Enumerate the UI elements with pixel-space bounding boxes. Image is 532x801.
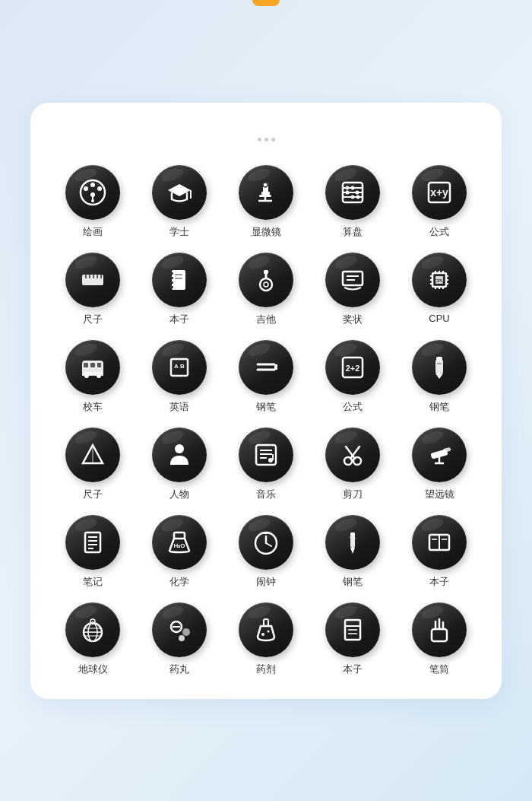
card-header [53,133,479,144]
top-badge [252,0,280,6]
icon-item-painting: 绘画 [53,165,132,239]
svg-rect-63 [84,363,88,367]
svg-rect-38 [175,274,182,275]
svg-point-40 [260,278,272,291]
icon-label-notes: 笔记 [83,575,103,589]
icon-label-painting: 绘画 [83,225,103,239]
icon-grid: 绘画学士显微镜算盘x+y公式尺子本子吉他奖状CPUCPU校车AB英语钢笔2+2公… [53,165,479,676]
icon-item-potion: 药剂 [226,602,306,676]
svg-point-24 [356,195,360,199]
icon-label-notebook: 本子 [169,313,189,326]
icon-circle-telescope [412,428,467,482]
svg-rect-64 [90,363,95,367]
svg-point-3 [97,186,102,191]
icon-label-scholar: 学士 [169,225,189,239]
svg-text:2+2: 2+2 [346,364,360,373]
icon-item-chemistry: H₂O化学 [140,515,219,589]
icon-item-book: 本子 [400,515,479,589]
icon-circle-certificate [325,253,380,307]
icon-circle-pen2 [412,340,467,395]
icon-item-notebook: 本子 [140,253,219,326]
svg-text:x+y: x+y [430,186,448,199]
icon-circle-pencil_box [412,602,467,657]
icon-label-pencil_box: 笔筒 [429,663,449,676]
svg-rect-10 [261,192,270,195]
icon-circle-scissors [325,428,380,482]
svg-rect-12 [259,195,271,197]
icon-item-abacus: 算盘 [313,165,392,239]
icon-label-english: 英语 [169,400,189,414]
icon-label-globe: 地球仪 [78,663,108,676]
svg-rect-39 [175,278,182,279]
icon-label-notebook2: 本子 [343,663,363,676]
icon-label-formula1: 公式 [429,225,449,239]
svg-line-107 [266,543,271,546]
svg-point-125 [182,628,190,636]
icon-label-guitar: 吉他 [256,313,276,326]
icon-item-pills: 药丸 [140,602,219,676]
icon-circle-clock [239,515,293,570]
card-subtitle [53,133,479,144]
icon-circle-book [412,515,467,570]
svg-point-6 [91,199,94,202]
svg-point-2 [90,183,95,187]
icon-item-telescope: 望远镜 [400,428,479,501]
svg-rect-68 [82,372,103,376]
icon-item-scissors: 剪刀 [313,428,392,501]
icon-label-bus: 校车 [83,400,103,414]
svg-rect-98 [85,532,100,552]
icon-circle-person [152,428,207,482]
icon-circle-triangle [65,428,120,482]
icon-item-pencil_box: 笔筒 [400,602,479,676]
svg-point-129 [261,633,264,636]
icon-item-scholar: 学士 [140,165,219,239]
svg-rect-37 [170,286,173,288]
icon-circle-notebook [152,253,207,307]
icon-label-pills: 药丸 [169,663,189,676]
icon-label-book: 本子 [429,575,449,589]
svg-rect-36 [170,281,173,284]
icon-item-triangle: 尺子 [53,428,132,501]
svg-marker-110 [350,548,355,554]
svg-text:H₂O: H₂O [174,542,185,549]
icon-circle-pen1 [239,340,293,395]
svg-point-21 [346,190,350,194]
icon-label-pen3: 钢笔 [343,575,363,589]
icon-item-globe: 地球仪 [53,602,132,676]
svg-rect-34 [170,272,173,275]
icon-circle-music [239,428,293,482]
icon-item-microscope: 显微镜 [226,165,306,239]
icon-item-pen1: 钢笔 [226,340,306,414]
icon-circle-microscope [239,165,293,220]
icon-label-music: 音乐 [256,488,276,501]
icon-label-chemistry: 化学 [169,575,189,589]
svg-point-19 [346,186,350,189]
svg-marker-79 [435,373,443,379]
icon-label-abacus: 算盘 [343,225,363,239]
icon-item-notebook2: 本子 [313,602,392,676]
icon-item-bus: 校车 [53,340,132,414]
svg-point-22 [356,190,359,194]
icon-circle-painting [65,165,120,220]
icon-label-pen2: 钢笔 [429,400,449,414]
icon-label-certificate: 奖状 [343,313,363,326]
icon-circle-guitar [239,253,293,307]
svg-rect-44 [343,272,363,285]
icon-item-ruler: 尺子 [53,253,132,326]
icon-circle-potion [239,602,293,657]
svg-rect-111 [350,532,355,536]
svg-text:B: B [180,363,185,370]
svg-marker-74 [274,364,277,370]
icon-circle-formula2: 2+2 [325,340,380,395]
icon-label-person: 人物 [169,488,189,501]
icon-circle-english: AB [152,340,207,395]
icon-item-music: 音乐 [226,428,306,501]
icon-item-pen2: 钢笔 [400,340,479,414]
icon-item-pen3: 钢笔 [313,515,392,589]
icon-label-triangle: 尺子 [83,488,103,501]
icon-label-pen1: 钢笔 [256,400,276,414]
svg-rect-103 [174,532,185,539]
icon-circle-formula1: x+y [412,165,467,220]
svg-point-126 [179,635,185,641]
icon-label-microscope: 显微镜 [252,225,281,239]
